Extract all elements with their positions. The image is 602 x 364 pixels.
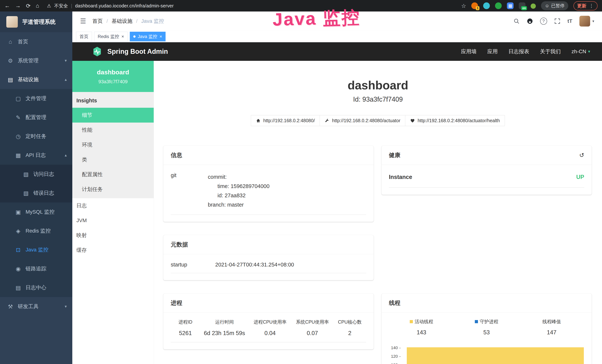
page-header: ☰ 首页 / 基础设施 / Java 监控 ? tT ▾: [72, 11, 602, 31]
card-body: Instance UP: [382, 165, 592, 195]
sidebar-logo[interactable]: 芋道管理系统: [0, 11, 72, 32]
sba-instance-header[interactable]: dashboard 93a3fc7f7409: [72, 61, 154, 92]
paused-label: 已暂停: [551, 3, 565, 9]
sba-nav-about[interactable]: 关于我们: [540, 48, 561, 55]
history-icon[interactable]: ↺: [579, 152, 584, 159]
health-url-button[interactable]: http://192.168.0.2:48080/actuator/health: [405, 115, 505, 126]
instance-id: 93a3fc7f7409: [76, 79, 150, 85]
close-icon[interactable]: ×: [121, 34, 124, 39]
github-icon[interactable]: [527, 18, 533, 24]
help-icon[interactable]: ?: [540, 18, 547, 25]
sba-item-details[interactable]: 细节: [72, 108, 154, 123]
legend-value: 147: [519, 329, 584, 336]
sba-item-classes[interactable]: 类: [72, 152, 154, 167]
url-text[interactable]: dashboard.yudao.iocoder.cn/infra/admin-s…: [75, 3, 174, 9]
instance-title: dashboard: [154, 78, 602, 92]
sba-item-logs[interactable]: 日志: [72, 198, 154, 213]
actuator-url-button[interactable]: http://192.168.0.2:48080/actuator: [320, 115, 405, 126]
close-icon[interactable]: ×: [160, 34, 162, 39]
heart-icon: [410, 118, 415, 123]
sidebar-item-label: API 日志: [26, 152, 46, 159]
extension-orange-icon[interactable]: 1: [471, 2, 478, 9]
table-row[interactable]: Instance UP: [389, 166, 584, 188]
extension-green-icon[interactable]: [495, 2, 502, 9]
browser-toolbar: ← → ⟳ ⌂ ⚠ 不安全 | dashboard.yudao.iocoder.…: [0, 0, 602, 11]
sidebar-item-java-monitor[interactable]: ⊡ Java 监控: [0, 240, 72, 259]
info-line: commit:: [208, 172, 366, 182]
sba-nav-wallboard[interactable]: 应用墙: [461, 48, 477, 55]
tab-redis-monitor[interactable]: Redis 监控 ×: [94, 32, 128, 41]
health-card-title: 健康: [389, 151, 400, 159]
sidebar-item-files[interactable]: ▢ 文件管理: [0, 89, 72, 108]
sidebar-item-log-center[interactable]: ▤ 日志中心: [0, 278, 72, 297]
sidebar-item-label: 文件管理: [26, 95, 46, 102]
hamburger-icon[interactable]: ☰: [80, 17, 86, 25]
sba-item-jvm[interactable]: JVM: [72, 213, 154, 228]
sidebar-item-jobs[interactable]: ◷ 定时任务: [0, 127, 72, 146]
fullscreen-icon[interactable]: [554, 18, 560, 24]
back-icon[interactable]: ←: [4, 3, 10, 9]
service-url-button[interactable]: http://192.168.0.2:48080/: [251, 115, 320, 126]
instance-subtitle: Id: 93a3fc7f7409: [154, 96, 602, 103]
redis-icon: ◈: [15, 228, 22, 234]
sidebar-item-infra[interactable]: ▤ 基础设施 ▴: [0, 70, 72, 89]
cell-value: 0.07: [291, 330, 333, 337]
sidebar-item-devtools[interactable]: ⚒ 研发工具 ▾: [0, 297, 72, 316]
tab-java-monitor[interactable]: Java 监控 ×: [130, 32, 166, 41]
sidebar-item-system[interactable]: ⚙ 系统管理 ▾: [0, 51, 72, 70]
address-bar[interactable]: ⚠ 不安全 | dashboard.yudao.iocoder.cn/infra…: [47, 3, 173, 9]
user-menu[interactable]: ▾: [579, 16, 594, 27]
sba-brand[interactable]: Spring Boot Admin: [92, 46, 168, 57]
sba-item-metrics[interactable]: 性能: [72, 123, 154, 137]
sidebar-item-config[interactable]: ✎ 配置管理: [0, 108, 72, 127]
reload-icon[interactable]: ⟳: [26, 3, 31, 9]
sidebar-item-api-log[interactable]: ▦ API 日志 ▴: [0, 146, 72, 165]
sidebar-item-label: 基础设施: [18, 76, 39, 83]
info-value: commit: time: 1596289704000 id: 27aa832 …: [208, 172, 366, 209]
sidebar-item-redis[interactable]: ◈ Redis 监控: [0, 221, 72, 240]
extension-switch-icon[interactable]: on: [519, 2, 526, 9]
sba-item-configprops[interactable]: 配置属性: [72, 167, 154, 182]
extension-drop-icon[interactable]: [483, 2, 490, 9]
browser-menu-icon[interactable]: ⋮: [589, 3, 594, 9]
sidebar-item-home[interactable]: ⌂ 首页: [0, 32, 72, 51]
profile-paused-chip[interactable]: ☺ 已暂停: [541, 1, 568, 10]
metadata-card: 元数据 startup 2021-04-27T00:44:31.254+08:0…: [163, 235, 374, 280]
sba-language-select[interactable]: zh-CN ▾: [572, 49, 590, 54]
breadcrumb-home[interactable]: 首页: [92, 18, 103, 25]
cell-value: 2: [333, 330, 366, 337]
monitor-icon: ⊡: [15, 247, 22, 253]
wrench-icon: [325, 118, 329, 123]
browser-home-icon[interactable]: ⌂: [36, 3, 39, 9]
sidebar-item-access-log[interactable]: ▧ 访问日志: [0, 165, 72, 183]
sba-item-scheduled-tasks[interactable]: 计划任务: [72, 182, 154, 197]
process-card: 进程 进程ID 运行时间 进程CPU使用率 系统CPU使用率 CPU核心数 52…: [163, 294, 374, 349]
column-header: 进程CPU使用率: [249, 319, 291, 325]
sidebar-item-error-log[interactable]: ▧ 错误日志: [0, 183, 72, 203]
chevron-up-icon: ▴: [65, 77, 67, 82]
sidebar-item-label: Redis 监控: [26, 227, 51, 234]
app-title: 芋道管理系统: [22, 18, 56, 26]
sba-logo-icon: [92, 46, 103, 57]
sba-nav-journal[interactable]: 日志报表: [509, 48, 529, 55]
update-button[interactable]: 更新 ⋮: [573, 1, 598, 11]
forward-icon[interactable]: →: [15, 3, 21, 9]
sidebar-item-mysql[interactable]: ▣ MySQL 监控: [0, 203, 72, 221]
bookmark-star-icon[interactable]: ☆: [461, 3, 466, 9]
sba-nav-applications[interactable]: 应用: [487, 48, 498, 55]
tab-label: 首页: [80, 33, 88, 40]
health-card: 健康 ↺ Instance UP: [382, 146, 592, 195]
sba-item-mappings[interactable]: 映射: [72, 228, 154, 243]
sidebar-item-tracing[interactable]: ◉ 链路追踪: [0, 259, 72, 278]
breadcrumb-infra[interactable]: 基础设施: [112, 18, 132, 25]
sidebar-item-label: 系统管理: [18, 57, 39, 64]
search-icon[interactable]: [513, 18, 520, 24]
sba-item-environment[interactable]: 环境: [72, 137, 154, 152]
legend-value: 143: [389, 329, 454, 336]
sba-item-caches[interactable]: 缓存: [72, 243, 154, 257]
extension-grid-icon[interactable]: ▦: [507, 2, 514, 9]
tab-home[interactable]: 首页: [76, 32, 92, 41]
font-size-icon[interactable]: tT: [568, 18, 572, 24]
security-label[interactable]: 不安全: [54, 3, 68, 9]
extension-leaf-icon[interactable]: [531, 3, 536, 9]
